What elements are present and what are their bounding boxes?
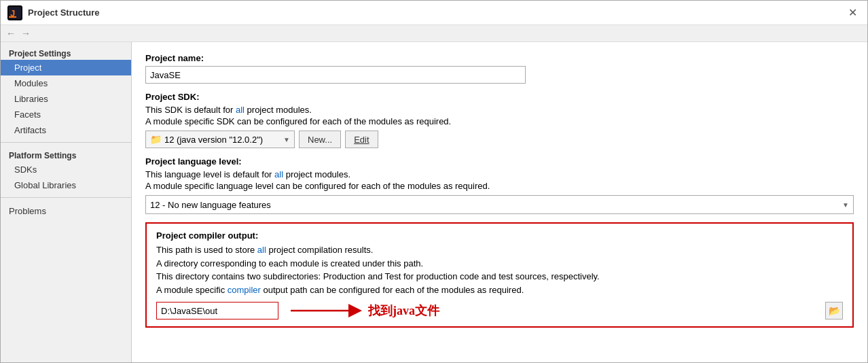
project-name-section: Project name: — [145, 53, 854, 84]
window-title: Project Structure — [28, 7, 99, 18]
sdk-edit-label: Edit — [354, 135, 369, 145]
project-lang-label: Project language level: — [145, 156, 854, 167]
arrow-icon — [284, 302, 365, 319]
project-sdk-label: Project SDK: — [145, 92, 854, 102]
sidebar: Project Settings Project Modules Librari… — [1, 42, 132, 362]
project-sdk-section: Project SDK: This SDK is default for all… — [145, 92, 854, 148]
nav-bar: ← → — [1, 25, 867, 42]
output-row: 找到java文件 📂 — [156, 302, 843, 319]
svg-rect-3 — [9, 16, 16, 18]
sidebar-item-global-libraries[interactable]: Global Libraries — [1, 177, 131, 193]
sdk-info-2: A module specific SDK can be configured … — [145, 116, 854, 126]
close-button[interactable]: ✕ — [844, 5, 861, 21]
sdk-new-button[interactable]: New... — [299, 131, 341, 148]
titlebar-left: J Project Structure — [7, 5, 99, 20]
sidebar-item-artifacts[interactable]: Artifacts — [1, 122, 131, 138]
sidebar-item-libraries[interactable]: Libraries — [1, 91, 131, 107]
sidebar-divider-2 — [1, 197, 131, 198]
compiler-output-section: Project compiler output: This path is us… — [145, 222, 854, 328]
compiler-info-1: This path is used to store all project c… — [156, 243, 843, 257]
titlebar: J Project Structure ✕ — [1, 1, 867, 25]
sdk-dropdown-arrow: ▼ — [283, 136, 290, 143]
lang-select[interactable]: 12 - No new language features ▼ — [145, 195, 854, 214]
arrow-annotation: 找到java文件 — [284, 302, 822, 319]
sdk-edit-button[interactable]: Edit — [345, 131, 378, 148]
lang-value: 12 - No new language features — [150, 200, 271, 210]
back-button[interactable]: ← — [6, 28, 16, 39]
project-name-label: Project name: — [145, 53, 854, 63]
folder-open-icon: 📂 — [829, 305, 840, 316]
compiler-info-2: A directory corresponding to each module… — [156, 257, 843, 271]
project-lang-section: Project language level: This language le… — [145, 156, 854, 214]
browse-folder-button[interactable]: 📂 — [825, 302, 843, 319]
sdk-value: 12 (java version "12.0.2") — [164, 135, 263, 145]
compiler-info-3: This directory contains two subdirectori… — [156, 270, 843, 283]
sidebar-item-modules[interactable]: Modules — [1, 75, 131, 91]
sidebar-item-facets[interactable]: Facets — [1, 107, 131, 122]
compiler-output-label: Project compiler output: — [156, 230, 843, 241]
annotation-text: 找到java文件 — [368, 302, 439, 319]
sidebar-divider — [1, 142, 131, 143]
sdk-info-1: This SDK is default for all project modu… — [145, 105, 854, 115]
content-area: Project name: Project SDK: This SDK is d… — [132, 42, 867, 362]
compiler-info: This path is used to store all project c… — [156, 243, 843, 296]
sdk-row: 📁 12 (java version "12.0.2") ▼ New... Ed… — [145, 131, 854, 148]
lang-dropdown-arrow: ▼ — [842, 201, 849, 209]
forward-button[interactable]: → — [21, 28, 31, 39]
project-structure-window: J Project Structure ✕ ← → Project Settin… — [0, 0, 868, 363]
sidebar-item-project[interactable]: Project — [1, 60, 131, 75]
sidebar-item-problems[interactable]: Problems — [1, 202, 131, 220]
app-logo: J — [7, 5, 22, 20]
project-settings-section-label: Project Settings — [1, 45, 131, 60]
sdk-folder-icon: 📁 — [150, 134, 162, 145]
platform-settings-section-label: Platform Settings — [1, 147, 131, 162]
lang-info-2: A module specific language level can be … — [145, 181, 854, 191]
compiler-output-input[interactable] — [156, 302, 278, 319]
project-name-input[interactable] — [145, 66, 526, 84]
lang-info-1: This language level is default for all p… — [145, 169, 854, 179]
compiler-info-4: A module specific compiler output path c… — [156, 283, 843, 297]
sidebar-item-sdks[interactable]: SDKs — [1, 162, 131, 177]
main-content: Project Settings Project Modules Librari… — [1, 42, 867, 362]
sdk-select[interactable]: 📁 12 (java version "12.0.2") ▼ — [145, 131, 295, 148]
